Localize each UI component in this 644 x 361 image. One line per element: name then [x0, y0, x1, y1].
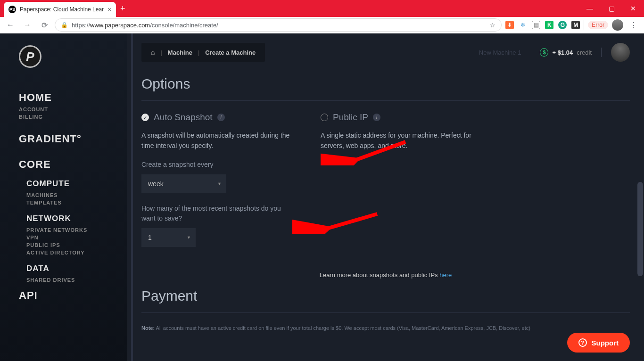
public-ip-checkbox[interactable]	[321, 114, 328, 121]
sidebar-gradient[interactable]: GRADIENT°	[19, 133, 127, 145]
main-panel: ⌂ | Machine | Create a Machine New Machi…	[127, 33, 644, 361]
breadcrumb-sep: |	[160, 49, 162, 56]
sidebar-network[interactable]: NETWORK	[26, 214, 127, 223]
learn-more-text: Learn more about snapshots and public IP…	[320, 271, 439, 279]
credit-icon: $	[540, 48, 548, 57]
extension-icon-2[interactable]: ❄	[519, 21, 527, 29]
extension-icon-5[interactable]: G	[558, 21, 567, 29]
sidebar-data[interactable]: DATA	[26, 264, 127, 273]
browser-tab[interactable]: PS Paperspace: Cloud Machine Lear ×	[4, 2, 116, 17]
browser-toolbar: ← → ⟳ 🔒 https://www.paperspace.com/conso…	[0, 17, 644, 33]
scrollbar-track[interactable]	[636, 59, 644, 361]
auto-snapshot-title: Auto Snapshot	[154, 112, 213, 123]
home-icon[interactable]: ⌂	[151, 49, 155, 56]
sidebar-api[interactable]: API	[19, 289, 127, 302]
sidebar-billing[interactable]: BILLING	[19, 114, 127, 120]
note-text: All accounts must have an active credit …	[155, 325, 530, 331]
address-bar[interactable]: 🔒 https://www.paperspace.com/console/mac…	[55, 18, 502, 32]
extension-icon-1[interactable]: ⬇	[505, 21, 514, 29]
topbar: ⌂ | Machine | Create a Machine New Machi…	[127, 33, 644, 71]
star-icon[interactable]: ☆	[490, 22, 495, 29]
browser-titlebar: PS Paperspace: Cloud Machine Lear × + — …	[0, 0, 644, 17]
options-title: Options	[141, 76, 630, 92]
browser-profile-avatar[interactable]	[612, 19, 623, 31]
auto-snapshot-desc: A snapshot will be automatically created…	[141, 130, 292, 151]
info-icon[interactable]: i	[373, 114, 380, 121]
divider	[141, 312, 630, 313]
new-tab-button[interactable]: +	[116, 2, 129, 15]
snapshot-frequency-select[interactable]: week	[141, 174, 226, 193]
lock-icon: 🔒	[61, 22, 68, 28]
snapshot-count-label: How many of the most recent snapshots do…	[141, 204, 292, 223]
snapshot-frequency-label: Create a snapshot every	[141, 160, 292, 170]
public-ip-desc: A single static address for your machine…	[321, 130, 471, 151]
sidebar-vpn[interactable]: VPN	[26, 235, 127, 240]
browser-menu-button[interactable]: ⋮	[627, 21, 640, 30]
maximize-button[interactable]: ▢	[601, 0, 622, 17]
auto-snapshot-option: ✓ Auto Snapshot i A snapshot will be aut…	[141, 112, 292, 257]
sidebar-compute[interactable]: COMPUTE	[26, 179, 127, 189]
learn-more-link[interactable]: here	[439, 271, 452, 279]
sidebar-home[interactable]: HOME	[19, 91, 127, 104]
sidebar: P HOME ACCOUNT BILLING GRADIENT° CORE CO…	[0, 33, 127, 361]
separator	[601, 48, 602, 57]
note-label: Note:	[141, 325, 155, 331]
tab-title: Paperspace: Cloud Machine Lear	[20, 6, 104, 13]
sidebar-machines[interactable]: MACHINES	[26, 192, 127, 198]
app-root: P HOME ACCOUNT BILLING GRADIENT° CORE CO…	[0, 33, 644, 361]
options-row: ✓ Auto Snapshot i A snapshot will be aut…	[141, 112, 630, 257]
credit-amount: $1.04	[558, 49, 573, 56]
sidebar-public-ips[interactable]: PUBLIC IPS	[26, 242, 127, 248]
credit-prefix: +	[552, 49, 557, 56]
sidebar-shared-drives[interactable]: SHARED DRIVES	[26, 277, 127, 283]
public-ip-option: Public IP i A single static address for …	[321, 112, 471, 257]
sidebar-active-directory[interactable]: ACTIVE DIRECTORY	[26, 250, 127, 255]
forward-button[interactable]: →	[21, 18, 34, 32]
support-button[interactable]: ? Support	[567, 333, 630, 353]
sidebar-core[interactable]: CORE	[19, 158, 127, 171]
breadcrumb: ⌂ | Machine | Create a Machine	[141, 43, 265, 62]
divider	[141, 100, 630, 101]
logo[interactable]: P	[19, 45, 127, 68]
sidebar-account[interactable]: ACCOUNT	[19, 107, 127, 112]
sidebar-templates[interactable]: TEMPLATES	[26, 200, 127, 205]
extension-icon-3[interactable]: ▤	[532, 21, 540, 29]
minimize-button[interactable]: —	[579, 0, 601, 17]
breadcrumb-sep: |	[198, 49, 199, 56]
close-window-button[interactable]: ✕	[622, 0, 644, 17]
credit-label: credit	[577, 49, 592, 56]
public-ip-title: Public IP	[333, 112, 368, 123]
extension-icons: ⬇ ❄ ▤ K G M	[505, 21, 580, 29]
url-protocol: https://	[72, 22, 90, 29]
learn-more: Learn more about snapshots and public IP…	[141, 271, 630, 279]
favicon-icon: PS	[8, 6, 16, 13]
scrollbar-thumb[interactable]	[637, 182, 643, 276]
extension-icon-4[interactable]: K	[545, 21, 553, 29]
machine-name-ghost: New Machine 1	[479, 49, 521, 56]
window-controls: — ▢ ✕	[579, 0, 644, 17]
breadcrumb-machine[interactable]: Machine	[168, 49, 192, 56]
url-host: www.paperspace.com	[90, 22, 150, 29]
back-button[interactable]: ←	[4, 18, 17, 32]
user-avatar[interactable]	[611, 43, 630, 62]
reload-button[interactable]: ⟳	[38, 18, 51, 32]
content: Options ✓ Auto Snapshot i A snapshot wil…	[127, 71, 644, 346]
error-badge[interactable]: Error	[588, 21, 608, 29]
support-label: Support	[592, 339, 619, 347]
extension-icon-6[interactable]: M	[571, 21, 580, 29]
breadcrumb-create: Create a Machine	[205, 49, 256, 56]
sidebar-private-networks[interactable]: PRIVATE NETWORKS	[26, 227, 127, 233]
credit-badge[interactable]: $ + $1.04 credit	[540, 48, 592, 57]
url-path: /console/machine/create/	[150, 22, 218, 29]
payment-note: Note: All accounts must have an active c…	[141, 324, 630, 333]
snapshot-count-select[interactable]: 1	[141, 228, 196, 247]
auto-snapshot-checkbox[interactable]: ✓	[141, 114, 149, 121]
support-icon: ?	[578, 338, 587, 347]
payment-title: Payment	[141, 288, 630, 304]
info-icon[interactable]: i	[217, 114, 225, 121]
close-tab-icon[interactable]: ×	[107, 6, 111, 13]
